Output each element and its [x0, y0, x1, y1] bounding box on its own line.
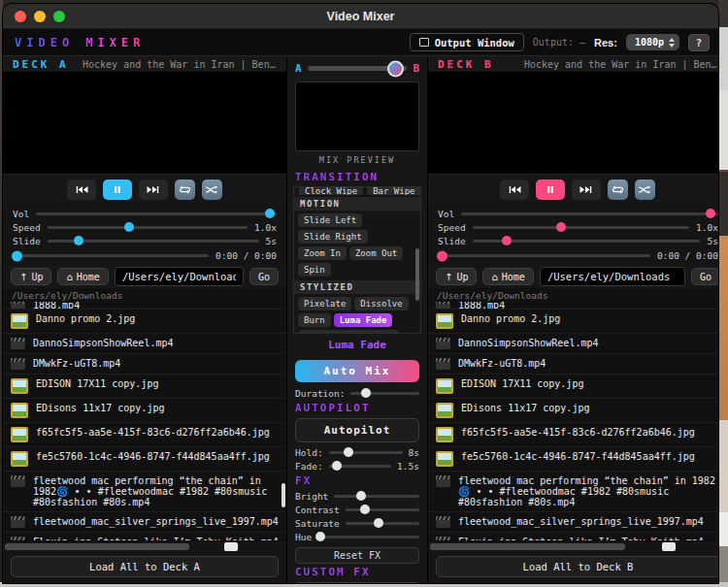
path-input[interactable]: [540, 267, 685, 286]
file-row[interactable]: Danno promo 2.jpg: [428, 310, 718, 334]
transition-button[interactable]: Blinds Horizontal: [298, 330, 399, 334]
file-row[interactable]: EDisons 11x17 copy.jpg: [428, 399, 718, 423]
speed-knob[interactable]: [556, 222, 566, 232]
timeline-slider[interactable]: [13, 254, 209, 257]
autopilot-button[interactable]: Autopilot: [295, 418, 419, 442]
slide-knob[interactable]: [502, 236, 512, 245]
slide-slider[interactable]: [48, 240, 259, 243]
timeline-slider[interactable]: [438, 254, 650, 257]
shuffle-button[interactable]: [635, 179, 655, 200]
home-button[interactable]: ⌂Home: [57, 268, 108, 285]
reset-fx-button[interactable]: Reset FX: [295, 547, 419, 564]
transition-button[interactable]: Dissolve: [354, 297, 408, 310]
file-row[interactable]: fleetwood mac performing “the chain” in …: [428, 472, 718, 512]
file-row[interactable]: 1888.mp4: [3, 302, 286, 310]
volume-slider[interactable]: [461, 212, 718, 215]
volume-slider[interactable]: [36, 212, 277, 215]
go-button[interactable]: Go: [249, 268, 279, 285]
help-button[interactable]: ?: [688, 34, 710, 51]
contrast-knob[interactable]: [360, 505, 370, 514]
transition-button[interactable]: Spin: [298, 263, 331, 277]
transition-button[interactable]: Zoom Out: [349, 246, 403, 260]
hue-knob[interactable]: [315, 532, 325, 541]
transition-button[interactable]: Burn: [298, 313, 331, 327]
crossfader-slider[interactable]: [308, 66, 408, 71]
file-row[interactable]: fleetwood_mac_silver_springs_live_1997.m…: [3, 512, 286, 533]
file-row[interactable]: Flexin ina Stetson like I’m Toby Keith.m…: [3, 533, 286, 540]
hold-knob[interactable]: [344, 447, 353, 457]
file-row[interactable]: fe5c5760-1c4c-4946-8747-f44d845aa4ff.jpg: [428, 447, 718, 472]
resolution-select[interactable]: 1080p: [626, 34, 679, 50]
vertical-scrollbar[interactable]: [281, 483, 285, 507]
bright-knob[interactable]: [356, 491, 366, 501]
speed-slider[interactable]: [48, 226, 248, 229]
file-row[interactable]: fleetwood mac performing “the chain” in …: [3, 472, 286, 512]
file-row[interactable]: DannoSimpsonShowReel.mp4: [428, 334, 718, 354]
saturate-knob[interactable]: [374, 518, 383, 528]
file-row[interactable]: DMwkFz-uGT8.mp4: [428, 354, 718, 375]
fade-slider[interactable]: [329, 465, 392, 468]
timeline-knob[interactable]: [12, 250, 22, 261]
contrast-slider[interactable]: [346, 508, 419, 511]
timeline-knob[interactable]: [437, 250, 447, 261]
zoom-button[interactable]: [53, 11, 65, 22]
up-button[interactable]: ↑Up: [436, 268, 477, 285]
next-button[interactable]: [572, 179, 601, 200]
home-button[interactable]: ⌂Home: [482, 268, 533, 285]
transition-button[interactable]: Zoom In: [298, 246, 347, 260]
transition-button[interactable]: Clock Wipe: [299, 187, 363, 195]
file-row[interactable]: Danno promo 2.jpg: [3, 310, 286, 334]
deck-a-horizontal-scrollbar[interactable]: [3, 540, 286, 552]
fade-knob[interactable]: [332, 461, 342, 471]
speed-knob[interactable]: [124, 222, 134, 232]
file-row[interactable]: fe5c5760-1c4c-4946-8747-f44d845aa4ff.jpg: [3, 447, 286, 472]
file-row[interactable]: 1888.mp4: [428, 302, 718, 310]
duration-knob[interactable]: [361, 388, 371, 398]
bright-slider[interactable]: [334, 495, 419, 498]
file-row[interactable]: DannoSimpsonShowReel.mp4: [3, 334, 286, 354]
file-row[interactable]: DMwkFz-uGT8.mp4: [3, 354, 286, 375]
previous-button[interactable]: [500, 179, 529, 200]
slide-slider[interactable]: [473, 240, 701, 243]
pause-button[interactable]: [103, 179, 132, 200]
load-all-deck-a-button[interactable]: Load All to Deck A: [11, 556, 279, 577]
load-all-deck-b-button[interactable]: Load All to Deck B: [436, 556, 718, 577]
file-row[interactable]: fleetwood_mac_silver_springs_live_1997.m…: [428, 512, 718, 533]
go-button[interactable]: Go: [691, 268, 718, 285]
previous-button[interactable]: [67, 179, 96, 200]
file-row[interactable]: EDISON 17X11 copy.jpg: [428, 375, 718, 399]
pause-button[interactable]: [536, 179, 565, 200]
transition-button[interactable]: Slide Right: [298, 230, 368, 244]
reload-custom-button[interactable]: Reload Custom: [295, 582, 419, 583]
hue-slider[interactable]: [317, 536, 419, 538]
transition-button[interactable]: Pixelate: [298, 297, 351, 310]
hold-slider[interactable]: [329, 451, 403, 454]
deck-b-horizontal-scrollbar[interactable]: [428, 540, 718, 552]
transition-button[interactable]: Luma Fade: [334, 313, 393, 327]
auto-mix-button[interactable]: Auto Mix: [295, 360, 419, 382]
crossfader-knob[interactable]: [387, 60, 404, 77]
volume-knob[interactable]: [265, 209, 275, 218]
volume-knob[interactable]: [706, 209, 715, 218]
transition-button[interactable]: Slide Left: [298, 213, 362, 227]
slide-knob[interactable]: [74, 236, 83, 245]
output-window-button[interactable]: Output Window: [410, 33, 524, 51]
saturate-slider[interactable]: [346, 522, 419, 525]
up-button[interactable]: ↑Up: [11, 268, 51, 285]
transition-scrollbar[interactable]: [415, 248, 419, 301]
duration-slider[interactable]: [350, 392, 419, 395]
next-button[interactable]: [139, 179, 168, 200]
file-row[interactable]: EDISON 17X11 copy.jpg: [3, 375, 286, 399]
loop-button[interactable]: [175, 179, 195, 200]
loop-button[interactable]: [608, 179, 628, 200]
close-button[interactable]: [15, 11, 26, 22]
transition-button[interactable]: Bar Wipe: [367, 187, 420, 195]
file-row[interactable]: f65fc5f5-aa5e-415f-83c6-d276ff2a6b46.jpg: [428, 423, 718, 447]
file-row[interactable]: Flexin ina Stetson like I’m Toby Keith.m…: [428, 533, 718, 540]
file-row[interactable]: f65fc5f5-aa5e-415f-83c6-d276ff2a6b46.jpg: [3, 423, 286, 447]
minimize-button[interactable]: [34, 11, 46, 22]
file-row[interactable]: EDisons 11x17 copy.jpg: [3, 399, 286, 423]
shuffle-button[interactable]: [202, 179, 222, 200]
speed-slider[interactable]: [473, 226, 689, 229]
path-input[interactable]: [115, 267, 244, 286]
